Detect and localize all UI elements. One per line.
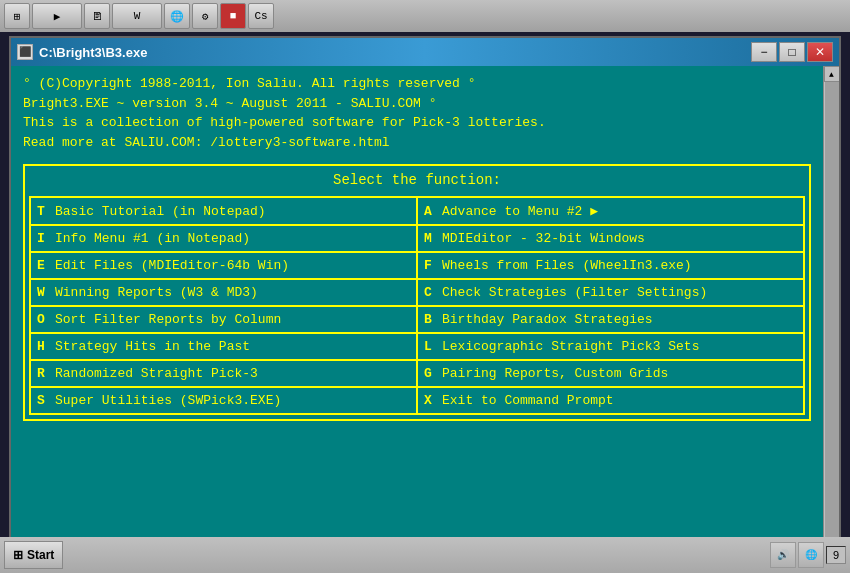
menu-label-x: Exit to Command Prompt [442,393,614,408]
header-line3: This is a collection of high-powered sof… [23,113,811,133]
console-area: ° (C)Copyright 1988-2011, Ion Saliu. All… [11,66,823,566]
menu-label-c: Check Strategies (Filter Settings) [442,285,707,300]
menu-key-g: G [424,366,434,381]
menu-key-r: R [37,366,47,381]
menu-key-i: I [37,231,47,246]
menu-item-e[interactable]: EEdit Files (MDIEditor-64b Win) [30,252,417,279]
maximize-button[interactable]: □ [779,42,805,62]
menu-key-m: M [424,231,434,246]
scrollbar[interactable]: ▲ ▼ [823,66,839,566]
menu-key-e: E [37,258,47,273]
menu-key-o: O [37,312,47,327]
start-button[interactable]: ⊞Start [4,541,63,569]
close-button[interactable]: ✕ [807,42,833,62]
menu-item-w[interactable]: WWinning Reports (W3 & MD3) [30,279,417,306]
menu-key-w: W [37,285,47,300]
title-controls: − □ ✕ [751,42,833,62]
tray-icon-2[interactable]: 🌐 [798,542,824,568]
menu-label-o: Sort Filter Reports by Column [55,312,281,327]
menu-label-a: Advance to Menu #2 ▶ [442,203,598,219]
taskbar-top: ⊞ ▶ 🖹 W 🌐 ⚙ ■ Cs [0,0,850,32]
title-bar: ⬛ C:\Bright3\B3.exe − □ ✕ [11,38,839,66]
menu-item-t[interactable]: TBasic Tutorial (in Notepad) [30,197,417,225]
header-line4: Read more at SALIU.COM: /lottery3-softwa… [23,133,811,153]
menu-key-b: B [424,312,434,327]
menu-label-h: Strategy Hits in the Past [55,339,250,354]
menu-item-g[interactable]: GPairing Reports, Custom Grids [417,360,804,387]
menu-item-o[interactable]: OSort Filter Reports by Column [30,306,417,333]
menu-key-s: S [37,393,47,408]
menu-item-r[interactable]: RRandomized Straight Pick-3 [30,360,417,387]
menu-item-m[interactable]: MMDIEditor - 32-bit Windows [417,225,804,252]
menu-item-a[interactable]: AAdvance to Menu #2 ▶ [417,197,804,225]
menu-label-g: Pairing Reports, Custom Grids [442,366,668,381]
menu-key-t: T [37,204,47,219]
menu-item-h[interactable]: HStrategy Hits in the Past [30,333,417,360]
taskbar-btn-3[interactable]: 🖹 [84,3,110,29]
scroll-track[interactable] [825,82,839,550]
menu-item-x[interactable]: XExit to Command Prompt [417,387,804,414]
menu-key-h: H [37,339,47,354]
header-line2: Bright3.EXE ~ version 3.4 ~ August 2011 … [23,94,811,114]
taskbar-btn-8[interactable]: Cs [248,3,274,29]
scroll-up-button[interactable]: ▲ [824,66,840,82]
menu-grid: TBasic Tutorial (in Notepad)AAdvance to … [29,196,805,415]
tray-icon-1[interactable]: 🔊 [770,542,796,568]
menu-label-e: Edit Files (MDIEditor-64b Win) [55,258,289,273]
menu-box: Select the function: TBasic Tutorial (in… [23,164,811,421]
menu-label-f: Wheels from Files (WheelIn3.exe) [442,258,692,273]
taskbar-btn-5[interactable]: 🌐 [164,3,190,29]
taskbar-btn-7[interactable]: ■ [220,3,246,29]
taskbar-bottom: ⊞Start 🔊 🌐 9 [0,537,850,573]
taskbar-btn-6[interactable]: ⚙ [192,3,218,29]
menu-item-c[interactable]: CCheck Strategies (Filter Settings) [417,279,804,306]
taskbar-btn-2[interactable]: ▶ [32,3,82,29]
menu-label-s: Super Utilities (SWPick3.EXE) [55,393,281,408]
minimize-button[interactable]: − [751,42,777,62]
menu-item-s[interactable]: SSuper Utilities (SWPick3.EXE) [30,387,417,414]
menu-label-r: Randomized Straight Pick-3 [55,366,258,381]
menu-item-i[interactable]: IInfo Menu #1 (in Notepad) [30,225,417,252]
taskbar-btn-1[interactable]: ⊞ [4,3,30,29]
header-text: ° (C)Copyright 1988-2011, Ion Saliu. All… [23,74,811,152]
menu-item-f[interactable]: FWheels from Files (WheelIn3.exe) [417,252,804,279]
system-clock: 9 [826,546,846,564]
menu-label-l: Lexicographic Straight Pick3 Sets [442,339,699,354]
menu-key-x: X [424,393,434,408]
main-window: ⬛ C:\Bright3\B3.exe − □ ✕ ° (C)Copyright… [9,36,841,568]
menu-title: Select the function: [29,170,805,190]
menu-key-f: F [424,258,434,273]
menu-label-i: Info Menu #1 (in Notepad) [55,231,250,246]
menu-key-l: L [424,339,434,354]
header-line1: ° (C)Copyright 1988-2011, Ion Saliu. All… [23,74,811,94]
window-title: C:\Bright3\B3.exe [39,45,147,60]
menu-key-a: A [424,204,434,219]
menu-item-l[interactable]: LLexicographic Straight Pick3 Sets [417,333,804,360]
menu-label-t: Basic Tutorial (in Notepad) [55,204,266,219]
taskbar-btn-4[interactable]: W [112,3,162,29]
menu-label-m: MDIEditor - 32-bit Windows [442,231,645,246]
menu-label-w: Winning Reports (W3 & MD3) [55,285,258,300]
menu-key-c: C [424,285,434,300]
menu-item-b[interactable]: BBirthday Paradox Strategies [417,306,804,333]
menu-label-b: Birthday Paradox Strategies [442,312,653,327]
window-icon: ⬛ [17,44,33,60]
